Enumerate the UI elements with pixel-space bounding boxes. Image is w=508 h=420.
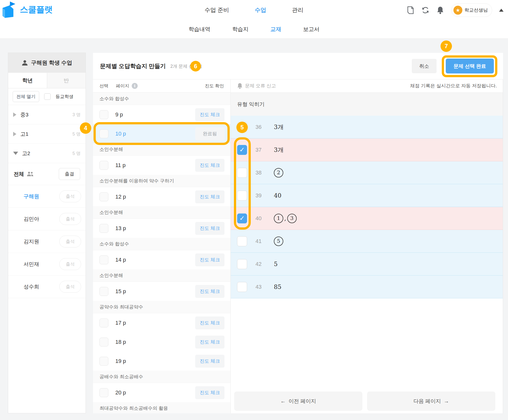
grade-group-row-2[interactable]: 고25 명: [8, 144, 86, 163]
progress-check-button[interactable]: 진도 체크: [195, 355, 224, 368]
answer-row-39[interactable]: 3940: [231, 184, 503, 207]
page-checkbox[interactable]: [99, 357, 108, 366]
prev-page-label: 이전 페이지: [288, 398, 316, 404]
textbook-icon[interactable]: [407, 6, 414, 14]
sidebar-controls: 전체 열기 등교학생: [8, 88, 86, 105]
bell-icon[interactable]: [436, 6, 444, 14]
all-students-row[interactable]: 전체 출결: [8, 163, 86, 185]
sub-nav-item-3[interactable]: 보고서: [303, 26, 319, 33]
page-row-10p[interactable]: 10 p완료됨: [93, 124, 230, 143]
caret-up-icon[interactable]: [499, 9, 504, 12]
page-checkbox[interactable]: [99, 161, 108, 170]
progress-check-button[interactable]: 진도 체크: [195, 253, 224, 266]
cancel-button[interactable]: 취소: [412, 59, 437, 73]
student-attendance-pill[interactable]: 출석: [59, 213, 81, 225]
page-checkbox[interactable]: [99, 110, 108, 119]
page-checkbox[interactable]: [99, 318, 108, 327]
progress-check-button[interactable]: 진도 체크: [195, 386, 224, 399]
main-nav-item-2[interactable]: 관리: [292, 6, 303, 14]
answer-row-41[interactable]: 415: [231, 230, 503, 253]
page-row-12p[interactable]: 12 p진도 체크: [93, 187, 230, 206]
answer-row-40[interactable]: ✓401,3: [231, 207, 503, 230]
answer-checkbox[interactable]: [237, 259, 247, 269]
page-row-17p[interactable]: 17 p진도 체크: [93, 313, 230, 332]
answer-value: 3개: [274, 123, 284, 131]
page-label: 12 p: [115, 194, 126, 200]
grade-group-row-1[interactable]: 고15 명: [8, 124, 86, 144]
student-row-1[interactable]: 김민아출석: [8, 208, 86, 230]
student-row-3[interactable]: 서민재출석: [8, 253, 86, 276]
answer-row-37[interactable]: ✓373개: [231, 139, 503, 161]
progress-check-button[interactable]: 진도 체크: [195, 108, 224, 121]
answer-checkbox[interactable]: [237, 191, 247, 201]
answer-checkbox[interactable]: [237, 236, 247, 246]
progress-check-button[interactable]: 진도 체크: [195, 285, 224, 298]
progress-check-button[interactable]: 진도 체크: [195, 336, 224, 349]
sync-icon[interactable]: [421, 6, 429, 14]
student-attendance-pill[interactable]: 출석: [59, 236, 81, 247]
info-icon[interactable]: i: [132, 83, 138, 89]
grade-group-label: 고1: [20, 131, 29, 138]
answer-checkbox[interactable]: [237, 282, 247, 292]
page-row-9p[interactable]: 9 p진도 체크: [93, 105, 230, 124]
page-label: 11 p: [115, 162, 126, 169]
page-row-18p[interactable]: 18 p진도 체크: [93, 332, 230, 351]
report-error-button[interactable]: 문제 오류 신고: [237, 83, 276, 89]
progress-check-button[interactable]: 진도 체크: [195, 316, 224, 329]
answer-row-38[interactable]: 382: [231, 161, 503, 184]
sub-nav-item-2[interactable]: 교재: [270, 26, 281, 33]
progress-check-button[interactable]: 진도 체크: [195, 190, 224, 203]
app-logo[interactable]: 스쿨플랫: [2, 1, 53, 18]
student-row-4[interactable]: 성수희출석: [8, 276, 86, 298]
progress-check-button[interactable]: 진도 체크: [195, 159, 224, 172]
main-nav-item-0[interactable]: 수업 준비: [205, 6, 229, 14]
student-row-0[interactable]: 구해원출석: [8, 185, 86, 208]
answer-value: 40: [274, 192, 282, 199]
student-attendance-pill[interactable]: 출석: [59, 281, 81, 293]
page-section-header: 공배수와 최소공배수: [93, 371, 230, 383]
page-checkbox[interactable]: [99, 287, 108, 296]
attendance-check-button[interactable]: 출결: [59, 168, 80, 180]
page-row-11p[interactable]: 11 p진도 체크: [93, 156, 230, 175]
page-row-13p[interactable]: 13 p진도 체크: [93, 219, 230, 238]
answer-checkbox[interactable]: ✓: [237, 213, 247, 223]
answer-checkbox[interactable]: ✓: [237, 145, 247, 155]
student-attendance-pill[interactable]: 출석: [59, 258, 81, 270]
people-icon: [27, 171, 34, 177]
answer-row-43[interactable]: 4385: [231, 276, 503, 298]
page-row-15p[interactable]: 15 p진도 체크: [93, 282, 230, 301]
sidebar-tab-0[interactable]: 학년: [8, 73, 47, 88]
answer-checkbox[interactable]: [237, 122, 247, 132]
page-row-14p[interactable]: 14 p진도 체크: [93, 250, 230, 269]
next-page-button[interactable]: 다음 페이지 →: [367, 391, 495, 411]
complete-selection-button[interactable]: 문제 선택 완료: [446, 59, 494, 73]
sub-nav-item-1[interactable]: 학습지: [232, 26, 249, 33]
answer-checkbox[interactable]: [237, 168, 247, 178]
attending-checkbox[interactable]: [44, 93, 51, 100]
student-attendance-pill[interactable]: 출석: [59, 190, 81, 202]
autosave-note: 채점 기록은 실시간으로 자동 저장됩니다.: [410, 83, 497, 89]
expand-all-button[interactable]: 전체 열기: [13, 91, 39, 102]
logo-text: 스쿨플랫: [20, 4, 53, 15]
page-checkbox[interactable]: [99, 129, 108, 138]
prev-page-button[interactable]: ← 이전 페이지: [234, 391, 362, 411]
page-checkbox[interactable]: [99, 255, 108, 264]
student-row-2[interactable]: 김지원출석: [8, 230, 86, 253]
sidebar-tab-1[interactable]: 반: [47, 73, 86, 88]
answer-row-42[interactable]: 425: [231, 253, 503, 276]
answer-value: 1,3: [274, 214, 297, 223]
page-checkbox[interactable]: [99, 224, 108, 233]
main-nav-item-1[interactable]: 수업: [255, 6, 266, 14]
page-checkbox[interactable]: [99, 192, 108, 201]
page-checkbox[interactable]: [99, 388, 108, 397]
grade-group-row-0[interactable]: 중33 명: [8, 105, 86, 124]
progress-check-button[interactable]: 진도 체크: [195, 222, 224, 235]
answer-number: 38: [255, 170, 270, 176]
answer-row-36[interactable]: 363개: [231, 116, 503, 139]
sub-nav-item-0[interactable]: 학습내역: [189, 26, 210, 33]
page-checkbox[interactable]: [99, 338, 108, 347]
page-row-19p[interactable]: 19 p진도 체크: [93, 351, 230, 371]
user-menu[interactable]: ★ 학교선생님: [451, 3, 492, 17]
page-row-20p[interactable]: 20 p진도 체크: [93, 383, 230, 402]
page-label: 17 p: [115, 320, 126, 326]
